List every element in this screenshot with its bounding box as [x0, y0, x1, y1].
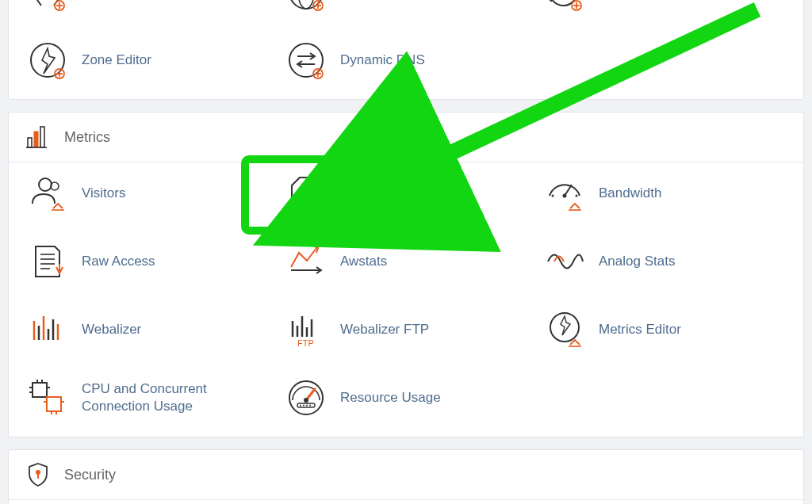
redirects-icon	[545, 0, 584, 12]
svg-point-31	[304, 197, 308, 200]
item-label: Bandwidth	[599, 185, 661, 202]
item-errors[interactable]: Errors	[280, 170, 532, 216]
security-header-icon	[25, 461, 52, 488]
svg-point-74	[306, 405, 308, 407]
item-visitors[interactable]: Visitors	[21, 170, 274, 216]
site-publisher-icon	[28, 0, 67, 12]
svg-rect-22	[28, 138, 32, 147]
visitors-icon	[28, 174, 67, 213]
webalizer-icon	[28, 310, 67, 349]
metrics-panel-body: Visitors Errors	[9, 162, 803, 437]
security-header[interactable]: Security	[9, 450, 803, 500]
awstats-icon	[286, 242, 326, 281]
svg-point-72	[300, 405, 301, 407]
item-awstats[interactable]: Awstats	[280, 239, 532, 284]
cpu-concurrent-icon	[28, 378, 67, 418]
item-site-publisher[interactable]: Site Publisher	[21, 0, 274, 15]
metrics-header[interactable]: Metrics	[9, 113, 803, 162]
dynamic-dns-icon	[286, 40, 326, 80]
svg-text:FTP: FTP	[297, 338, 314, 348]
item-domains[interactable]: Domains	[280, 0, 532, 15]
item-label: Webalizer	[82, 321, 141, 338]
domains-panel: Site Publisher Domains	[8, 0, 804, 100]
svg-point-34	[563, 194, 567, 198]
item-label: Analog Stats	[599, 253, 675, 270]
webalizer-ftp-icon: FTP	[286, 310, 326, 349]
item-bandwidth[interactable]: Bandwidth	[538, 170, 791, 216]
item-label: Errors	[340, 185, 377, 202]
item-label: Zone Editor	[82, 52, 151, 69]
item-webalizer[interactable]: Webalizer	[21, 307, 274, 353]
svg-rect-23	[34, 132, 38, 147]
item-metrics-editor[interactable]: Metrics Editor	[538, 307, 791, 353]
svg-point-73	[303, 405, 304, 407]
item-label: Resource Usage	[340, 389, 441, 407]
svg-point-36	[576, 195, 578, 197]
metrics-editor-icon	[545, 310, 584, 349]
svg-point-75	[309, 405, 311, 407]
item-label: Visitors	[82, 185, 125, 202]
security-panel-body: SSH SSH Access IP IP Blocker	[9, 500, 803, 504]
svg-rect-58	[33, 383, 47, 397]
item-raw-access[interactable]: Raw Access	[21, 239, 274, 284]
metrics-header-icon	[25, 124, 52, 151]
svg-point-35	[552, 195, 554, 197]
item-label: Raw Access	[82, 253, 155, 270]
item-resource-usage[interactable]: Resource Usage	[280, 375, 532, 421]
item-dynamic-dns[interactable]: Dynamic DNS	[280, 37, 532, 83]
security-panel: Security SSH SSH Access IP IP Blocker	[8, 449, 804, 504]
bandwidth-icon	[545, 174, 584, 213]
analog-stats-icon	[545, 242, 584, 281]
item-label: CPU and Concurrent Connection Usage	[82, 380, 267, 415]
item-zone-editor[interactable]: Zone Editor	[21, 37, 274, 83]
item-analog-stats[interactable]: Analog Stats	[538, 239, 791, 284]
svg-point-26	[39, 178, 52, 191]
item-label: Site Publisher	[82, 0, 165, 1]
svg-rect-24	[40, 127, 44, 147]
item-label: Metrics Editor	[599, 321, 681, 338]
domains-icon	[286, 0, 326, 12]
item-redirects[interactable]: Redirects	[538, 0, 791, 15]
item-cpu-concurrent[interactable]: CPU and Concurrent Connection Usage	[21, 375, 274, 421]
item-label: Dynamic DNS	[340, 52, 425, 69]
domains-panel-body: Site Publisher Domains	[9, 0, 803, 99]
item-label: Redirects	[599, 0, 656, 1]
item-label: Awstats	[340, 253, 387, 270]
item-label: Domains	[340, 0, 393, 1]
svg-rect-64	[47, 397, 61, 411]
resource-usage-icon	[286, 378, 326, 418]
item-webalizer-ftp[interactable]: FTP Webalizer FTP	[280, 307, 532, 353]
errors-icon	[286, 174, 326, 213]
svg-point-76	[36, 470, 40, 475]
raw-access-icon	[28, 242, 67, 281]
metrics-panel: Metrics Visitors	[8, 112, 804, 437]
svg-point-70	[304, 398, 308, 403]
metrics-title: Metrics	[64, 129, 110, 146]
security-title: Security	[64, 467, 116, 483]
item-label: Webalizer FTP	[340, 321, 429, 338]
zone-editor-icon	[28, 40, 67, 80]
